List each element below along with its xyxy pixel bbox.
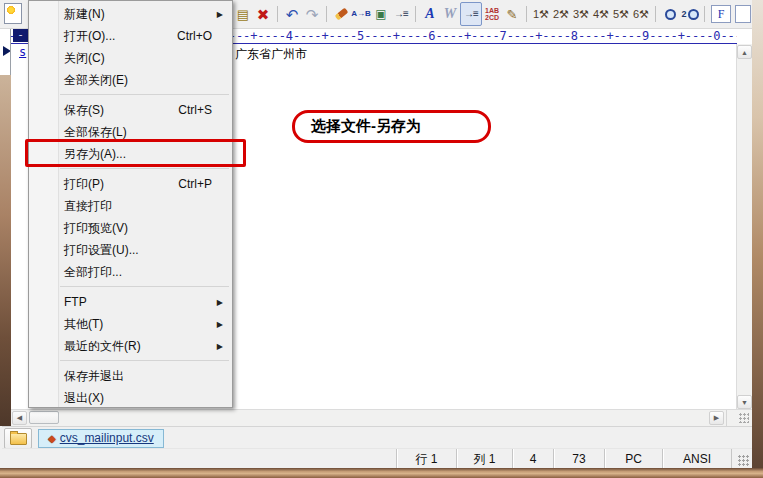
menu-item[interactable]: 打印(P) Ctrl+P	[29, 173, 232, 195]
new-file-icon[interactable]	[4, 3, 22, 24]
scroll-down-icon[interactable]: ▼	[737, 395, 752, 409]
sort-icon[interactable]: 1AB 2CD	[482, 3, 502, 25]
clip-text-window-icon[interactable]	[735, 5, 751, 23]
scroll-left-icon[interactable]: ◀	[12, 411, 27, 425]
resize-grip[interactable]	[731, 449, 752, 469]
menu-item[interactable]: 新建(N) ▶	[29, 3, 232, 25]
toolbar-button	[522, 3, 531, 25]
menu-item-shortcut: Ctrl+O	[177, 29, 212, 43]
user-tool-3-icon[interactable]: 3⚒	[571, 3, 591, 25]
toolbar-button	[411, 3, 420, 25]
statusbar-message-area	[2, 449, 396, 469]
folder-icon	[10, 433, 27, 445]
save-as-highlight-box	[25, 139, 246, 167]
file-panel-button[interactable]	[4, 428, 32, 449]
horizontal-scrollbar[interactable]: ◀ ▶	[11, 409, 753, 426]
toolbar-button-glyph: 2	[681, 9, 698, 20]
menu-item-label: 最近的文件(R)	[64, 338, 141, 355]
document-line-fragment: s	[19, 45, 26, 59]
statusbar-panels: 行 1 列 1 4 73 PC ANSI	[396, 449, 731, 469]
menu-item[interactable]: 直接打印	[29, 195, 232, 217]
menu-item[interactable]: FTP ▶	[29, 291, 232, 313]
fullwidth-chars-icon[interactable]: W	[440, 3, 460, 25]
scroll-right-icon[interactable]: ▶	[709, 411, 724, 425]
paste-icon[interactable]: ▤	[233, 3, 253, 25]
toolbar-button-glyph: 4⚒	[593, 9, 609, 20]
toolbar-button-glyph: A	[425, 7, 434, 21]
find-icon[interactable]	[331, 3, 351, 25]
toolbar-button-glyph: ✎	[507, 8, 518, 21]
user-tool-5-icon[interactable]: 5⚒	[611, 3, 631, 25]
toolbar-button-glyph: 5⚒	[613, 9, 629, 20]
menu-item[interactable]: 关闭(C)	[29, 47, 232, 69]
window-border-left	[0, 75, 11, 426]
toolbar-button-glyph: 2⚒	[553, 9, 569, 20]
menu-item[interactable]: 打印设置(U)...	[29, 239, 232, 261]
toolbar-button-glyph: ✖	[257, 7, 270, 22]
menu-item[interactable]: 保存并退出	[29, 365, 232, 387]
annotation-callout: 选择文件-另存为	[292, 110, 491, 143]
menu-item-label: 直接打印	[64, 198, 112, 215]
redo-icon[interactable]: ↷	[302, 3, 322, 25]
editplus-window: ▤ ✖ ↶ ↷ A→B ▣ →≡ A	[0, 0, 763, 478]
toolbar-button-glyph: 1⚒	[533, 9, 549, 20]
menu-item[interactable]: 保存(S) Ctrl+S	[29, 99, 232, 121]
user-tool-6-icon[interactable]: 6⚒	[631, 3, 651, 25]
menu-item-label: FTP	[64, 295, 87, 309]
word-wrap-icon[interactable]: →≡	[460, 2, 482, 26]
toolbar-button	[322, 3, 331, 25]
statusbar-panel: 列 1	[456, 449, 512, 469]
menu-item-label: 关闭(C)	[64, 50, 105, 67]
menu-item-label: 全部关闭(E)	[64, 72, 128, 89]
menu-item[interactable]: 其他(T) ▶	[29, 313, 232, 335]
menu-item	[29, 91, 232, 99]
submenu-arrow-icon: ▶	[217, 320, 223, 329]
horizontal-scroll-thumb[interactable]	[29, 411, 59, 424]
scroll-up-icon[interactable]: ▲	[737, 45, 752, 59]
menu-item-label: 退出(X)	[64, 390, 104, 407]
function-list-icon[interactable]: F	[711, 5, 731, 23]
user-tool-4-icon[interactable]: 4⚒	[591, 3, 611, 25]
view-in-browser-1-icon[interactable]	[660, 3, 680, 25]
menu-item[interactable]: 最近的文件(R) ▶	[29, 335, 232, 357]
menu-item-label: 保存并退出	[64, 368, 124, 385]
statusbar-panel: ANSI	[662, 449, 731, 469]
vertical-scrollbar[interactable]: ▲ ▼	[736, 44, 753, 410]
toolbar-button-glyph: ↷	[306, 7, 319, 22]
goto-line-icon[interactable]: →≡	[391, 3, 411, 25]
view-in-browser-2-icon[interactable]: 2	[680, 3, 700, 25]
window-border-right	[752, 0, 763, 468]
tab-label: cvs_mailinput.csv	[60, 431, 154, 445]
find-in-files-icon[interactable]: ▣	[371, 3, 391, 25]
toolbar-button-glyph: W	[444, 7, 456, 21]
menu-item-label: 打印预览(V)	[64, 220, 128, 237]
toolbar-button-glyph: →≡	[464, 9, 478, 19]
toolbar-button-glyph: F	[718, 8, 725, 20]
toolbar-button-glyph: 3⚒	[573, 9, 589, 20]
user-tool-1-icon[interactable]: 1⚒	[531, 3, 551, 25]
status-bar: 行 1 列 1 4 73 PC ANSI	[2, 448, 752, 469]
menu-item[interactable]: 打印预览(V)	[29, 217, 232, 239]
file-menu: 新建(N) ▶ 打开(O)... Ctrl+O 关闭(C) 全	[28, 0, 233, 408]
menu-item-shortcut: Ctrl+P	[178, 177, 212, 191]
menu-item-label: 打印(P)	[64, 176, 104, 193]
menu-item[interactable]: 全部打印...	[29, 261, 232, 283]
toolbar-button-glyph: ▣	[375, 8, 386, 20]
statusbar-panel: 73	[553, 449, 604, 469]
toolbar-button-glyph: ▤	[237, 8, 249, 21]
statusbar-panel: PC	[604, 449, 662, 469]
menu-item[interactable]: 退出(X)	[29, 387, 232, 408]
menu-item[interactable]: 打开(O)... Ctrl+O	[29, 25, 232, 47]
delete-icon[interactable]: ✖	[253, 3, 273, 25]
toolbar-button-glyph: A→B	[351, 10, 371, 18]
undo-icon[interactable]: ↶	[282, 3, 302, 25]
menu-item[interactable]: 全部关闭(E)	[29, 69, 232, 91]
font-icon[interactable]: A	[420, 3, 440, 25]
tab-cvs-mailinput[interactable]: ◆ cvs_mailinput.csv	[38, 429, 164, 448]
menu-item-label: 其他(T)	[64, 316, 103, 333]
replace-icon[interactable]: A→B	[351, 3, 371, 25]
edit-document-icon[interactable]: ✎	[502, 3, 522, 25]
user-tool-2-icon[interactable]: 2⚒	[551, 3, 571, 25]
toolbar-button-glyph: →≡	[394, 9, 408, 19]
menu-item-label: 保存(S)	[64, 102, 104, 119]
